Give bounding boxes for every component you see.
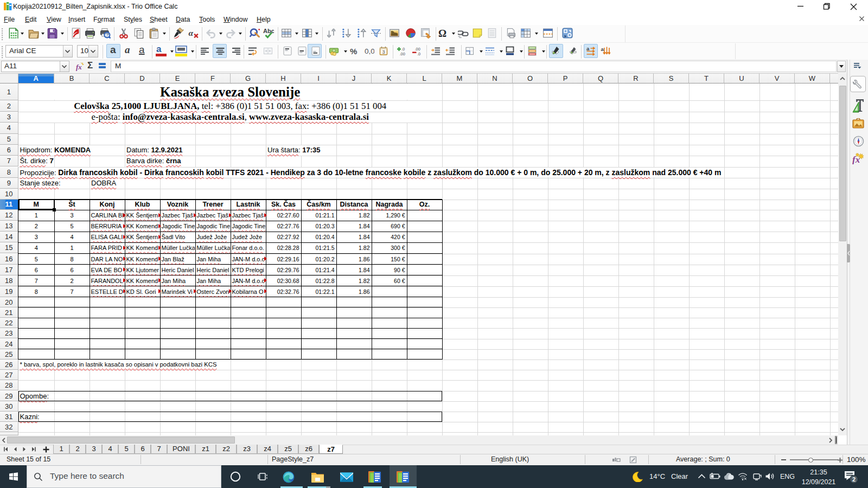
svg-text:.00: .00 <box>400 52 405 56</box>
svg-text:%: % <box>350 47 357 56</box>
svg-text:3: 3 <box>382 49 385 55</box>
svg-text:.00: .00 <box>415 47 420 52</box>
svg-text:fx: fx <box>76 63 82 71</box>
svg-text:Abc: Abc <box>263 28 274 34</box>
svg-text:0,0: 0,0 <box>365 47 374 55</box>
svg-text:α: α <box>189 28 194 37</box>
svg-text:.0: .0 <box>417 52 420 56</box>
svg-text:a: a <box>586 46 590 52</box>
svg-text:Ω: Ω <box>438 28 446 38</box>
svg-text:a: a <box>601 46 604 52</box>
